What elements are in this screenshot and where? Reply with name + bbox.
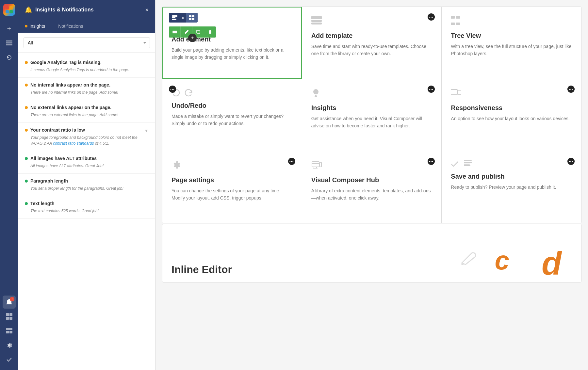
feature-desc: Save time and start with ready-to-use te…	[311, 43, 433, 57]
svg-rect-12	[6, 331, 9, 333]
panel-filter: All Errors Warnings Info	[18, 33, 155, 53]
contrast-ratio-link[interactable]: contrast ratio standards	[53, 141, 94, 146]
svg-rect-21	[192, 18, 194, 20]
panel-header-left: 🔔 Insights & Notifications	[25, 6, 94, 13]
tab-insights[interactable]: Insights	[18, 20, 52, 33]
feature-title: Insights	[311, 104, 433, 112]
add-template-dots[interactable]: •••	[428, 13, 435, 21]
element-toggle[interactable]: ▶	[169, 13, 198, 23]
insight-title: All images have ALT attributes	[25, 156, 149, 161]
insight-dot-orange	[25, 106, 28, 109]
notifications-tab-label: Notifications	[58, 24, 83, 29]
vc-hub-icon	[311, 160, 433, 172]
notification-badge: !	[10, 297, 14, 301]
save-publish-icon	[451, 160, 572, 168]
app-logo	[3, 4, 15, 16]
svg-rect-40	[451, 89, 457, 95]
feature-page-settings: ••• Page settings You can change the set…	[162, 151, 302, 223]
svg-rect-50	[464, 160, 472, 161]
tree-view-icon	[451, 16, 572, 27]
svg-rect-51	[464, 162, 472, 163]
svg-rect-39	[315, 96, 317, 97]
insight-title: Your contrast ratio is low	[25, 127, 144, 133]
svg-rect-5	[6, 42, 12, 43]
feature-title: Add template	[311, 32, 433, 40]
panel-close-button[interactable]: ×	[145, 7, 149, 13]
svg-rect-20	[189, 18, 191, 20]
elements-button[interactable]	[3, 310, 16, 323]
panel-tabs: Insights Notifications	[18, 20, 155, 33]
insight-google-analytics[interactable]: Google Analytics Tag is missing. It seem…	[18, 55, 155, 78]
letter-d-decoration: d	[542, 245, 562, 282]
insights-feature-icon	[311, 88, 433, 100]
svg-rect-16	[172, 17, 175, 18]
tab-notifications[interactable]: Notifications	[52, 20, 90, 33]
insight-title: Text length	[25, 201, 149, 206]
svg-rect-7	[6, 313, 9, 316]
publish-button[interactable]	[3, 353, 16, 366]
undo-redo-icon	[172, 88, 293, 97]
insight-dot-green	[25, 180, 28, 183]
toolbar-add-button[interactable]: +	[188, 34, 197, 42]
inline-editor-title: Inline Editor	[172, 264, 232, 276]
insight-title: Paragraph length	[25, 178, 149, 184]
insights-tab-dot	[25, 25, 27, 27]
letter-c-decoration: c	[495, 246, 510, 276]
svg-rect-53	[464, 165, 470, 166]
page-settings-dots[interactable]: •••	[288, 158, 295, 165]
page-settings-icon	[172, 160, 293, 172]
feature-add-template: ••• Add template Save time and start wit…	[302, 7, 442, 79]
undo-button[interactable]	[3, 51, 16, 64]
insight-text-length[interactable]: Text length The text contains 525 words.…	[18, 196, 155, 219]
filter-select[interactable]: All Errors Warnings Info	[24, 37, 150, 48]
save-publish-dots[interactable]: •••	[567, 158, 575, 165]
insight-paragraph-length[interactable]: Paragraph length You set a proper length…	[18, 174, 155, 196]
notifications-button[interactable]: !	[3, 296, 16, 309]
toggle-left[interactable]	[169, 13, 181, 23]
toggle-right[interactable]	[186, 13, 198, 23]
insights-feature-dots[interactable]: •••	[428, 86, 435, 93]
insight-desc: All images have ALT attributes. Great Jo…	[25, 163, 149, 169]
insights-panel: 🔔 Insights & Notifications × Insights No…	[18, 0, 155, 370]
layers-button[interactable]	[3, 37, 16, 50]
delete-toolbar-button[interactable]	[204, 26, 216, 38]
add-button[interactable]: +	[3, 22, 16, 35]
svg-rect-36	[456, 23, 460, 25]
insight-desc: Your page foreground and background colo…	[25, 135, 144, 146]
svg-rect-41	[458, 91, 461, 95]
svg-rect-44	[312, 162, 319, 167]
panel-bell-icon: 🔔	[25, 6, 32, 13]
svg-rect-49	[320, 162, 321, 167]
templates-button[interactable]	[3, 324, 16, 337]
svg-rect-1	[9, 6, 13, 9]
feature-title: Save and publish	[451, 173, 572, 180]
insight-desc: It seems Google Analytics Tags is not ad…	[25, 67, 149, 73]
responsiveness-dots[interactable]: •••	[567, 86, 575, 93]
svg-rect-22	[172, 30, 177, 30]
insight-alt-attributes[interactable]: All images have ALT attributes All image…	[18, 151, 155, 174]
vc-hub-dots[interactable]: •••	[428, 158, 435, 165]
undo-redo-dots[interactable]: •••	[169, 86, 176, 93]
features-grid: ▶	[162, 7, 581, 223]
expand-arrow-icon: ▼	[144, 128, 149, 133]
insight-dot-green	[25, 202, 28, 205]
move-toolbar-button[interactable]	[169, 26, 181, 38]
insight-dot-orange	[25, 61, 28, 64]
svg-rect-24	[172, 32, 177, 33]
panel-header: 🔔 Insights & Notifications ×	[18, 0, 155, 20]
feature-desc: An option to see how your layout looks o…	[451, 115, 572, 122]
svg-rect-11	[6, 328, 12, 330]
insight-title: No external links appear on the page.	[25, 105, 149, 110]
feature-undo-redo: ••• Undo/Redo Made a mistake or simply w…	[162, 79, 302, 151]
insight-contrast-ratio[interactable]: Your contrast ratio is low Your page for…	[18, 123, 155, 151]
feature-desc: You can change the settings of your page…	[172, 187, 293, 202]
svg-rect-15	[172, 15, 177, 17]
settings-button[interactable]	[3, 339, 16, 352]
element-toolbar-overlay: +	[169, 26, 216, 38]
feature-desc: Get assistance when you need it. Visual …	[311, 115, 433, 130]
insight-internal-links[interactable]: No internal links appear on the page. Th…	[18, 78, 155, 100]
insight-external-links[interactable]: No external links appear on the page. Th…	[18, 100, 155, 123]
main-content: ▶	[155, 0, 588, 370]
panel-title: Insights & Notifications	[35, 7, 94, 13]
feature-desc: Build your page by adding elements, like…	[172, 46, 293, 61]
